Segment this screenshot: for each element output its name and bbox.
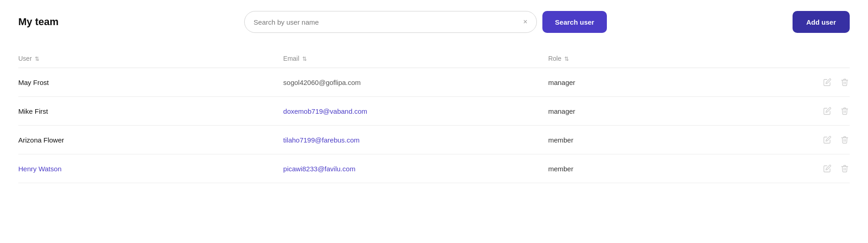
cell-actions-0: [813, 77, 850, 87]
column-header-role[interactable]: Role ⇅: [548, 55, 813, 62]
cell-email-3[interactable]: picawi8233@favilu.com: [283, 165, 548, 173]
column-header-user[interactable]: User ⇅: [18, 55, 283, 62]
cell-role-0: manager: [548, 79, 813, 86]
cell-email-0: sogol42060@goflipa.com: [283, 79, 548, 86]
edit-button-3[interactable]: [822, 164, 832, 174]
cell-user-0: May Frost: [18, 79, 283, 86]
header-center: × Search user: [220, 11, 632, 33]
sort-icon-email: ⇅: [302, 56, 307, 62]
cell-user-3[interactable]: Henry Watson: [18, 165, 283, 173]
trash-icon: [841, 164, 849, 173]
header-right: Add user: [793, 11, 850, 33]
sort-icon-role: ⇅: [564, 56, 569, 62]
search-clear-button[interactable]: ×: [520, 17, 530, 27]
page-title: My team: [18, 16, 59, 28]
search-input-wrapper: ×: [244, 11, 537, 33]
column-header-actions: [813, 55, 850, 62]
header: My team × Search user Add user: [18, 11, 850, 33]
edit-button-2[interactable]: [822, 135, 832, 145]
table-row: May Frost sogol42060@goflipa.com manager: [18, 68, 850, 97]
table-row: Henry Watson picawi8233@favilu.com membe…: [18, 154, 850, 183]
edit-icon: [823, 78, 831, 86]
trash-icon: [841, 136, 849, 144]
cell-actions-3: [813, 164, 850, 174]
table-body: May Frost sogol42060@goflipa.com manager: [18, 68, 850, 183]
header-left: My team: [18, 16, 59, 28]
page-container: My team × Search user Add user User ⇅ Em…: [0, 0, 868, 243]
search-input[interactable]: [244, 11, 537, 33]
cell-role-2: member: [548, 136, 813, 144]
clear-icon: ×: [523, 18, 527, 26]
table-row: Arizona Flower tilaho7199@farebus.com me…: [18, 126, 850, 154]
delete-button-0[interactable]: [840, 77, 850, 87]
edit-icon: [823, 164, 831, 173]
edit-icon: [823, 107, 831, 115]
table-container: User ⇅ Email ⇅ Role ⇅ May Frost sogol420…: [18, 51, 850, 183]
cell-user-2: Arizona Flower: [18, 136, 283, 144]
edit-button-1[interactable]: [822, 106, 832, 116]
cell-email-1[interactable]: doxemob719@vaband.com: [283, 107, 548, 115]
delete-button-2[interactable]: [840, 135, 850, 145]
cell-role-1: manager: [548, 107, 813, 115]
sort-icon-user: ⇅: [35, 56, 39, 62]
trash-icon: [841, 78, 849, 86]
cell-actions-2: [813, 135, 850, 145]
trash-icon: [841, 107, 849, 115]
search-user-button[interactable]: Search user: [542, 11, 607, 33]
column-header-email[interactable]: Email ⇅: [283, 55, 548, 62]
cell-email-2[interactable]: tilaho7199@farebus.com: [283, 136, 548, 144]
cell-role-3: member: [548, 165, 813, 173]
edit-icon: [823, 136, 831, 144]
cell-user-1: Mike First: [18, 107, 283, 115]
table-header: User ⇅ Email ⇅ Role ⇅: [18, 51, 850, 68]
edit-button-0[interactable]: [822, 77, 832, 87]
delete-button-3[interactable]: [840, 164, 850, 174]
cell-actions-1: [813, 106, 850, 116]
delete-button-1[interactable]: [840, 106, 850, 116]
add-user-button[interactable]: Add user: [793, 11, 850, 33]
table-row: Mike First doxemob719@vaband.com manager: [18, 97, 850, 126]
